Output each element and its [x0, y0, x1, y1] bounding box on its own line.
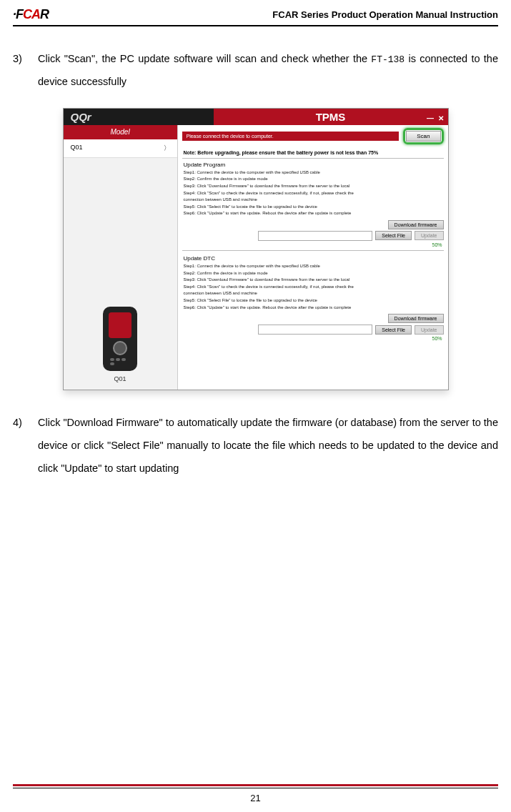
program-file-input[interactable]	[258, 231, 372, 241]
app-titlebar: QQr TPMS — ✕	[64, 109, 448, 125]
sidebar-tab-model[interactable]: Model	[64, 125, 177, 139]
program-file-row: Select File Update	[182, 231, 444, 241]
warning-row: Please connect the device to computer. S…	[182, 128, 444, 144]
update-dtc-title: Update DTC	[182, 252, 444, 263]
app-title-tpms: TPMS — ✕	[214, 109, 448, 125]
app-main-panel: Please connect the device to computer. S…	[178, 125, 448, 390]
sidebar-item-q01[interactable]: Q01 〉	[64, 139, 177, 158]
download-firmware-button[interactable]: Download firmware	[388, 220, 444, 229]
scan-button[interactable]: Scan	[406, 131, 440, 142]
page-header: ·FCAR FCAR Series Product Operation Manu…	[13, 7, 498, 26]
device-screen	[109, 312, 132, 338]
footer-rule-red	[13, 784, 498, 786]
dtc-step4: Step4: Click "Scan" to check the device …	[184, 284, 442, 291]
app-body: Model Q01 〉 Q01 Please connect the devic…	[64, 125, 448, 390]
sidebar-item-label: Q01	[71, 144, 83, 153]
chevron-right-icon: 〉	[164, 144, 170, 153]
logo-part-ca: CA	[23, 7, 40, 21]
prog-step2: Step2: Confirm the device is in update m…	[184, 176, 442, 183]
page-number: 21	[13, 793, 498, 803]
app-sidebar: Model Q01 〉 Q01	[64, 125, 178, 390]
prog-step1: Step1: Connect the device to the compute…	[184, 169, 442, 177]
device-dpad	[113, 341, 127, 355]
device-label: Q01	[64, 375, 177, 382]
prog-step5: Step5: Click "Select File" to locate the…	[184, 204, 442, 211]
app-window: QQr TPMS — ✕ Model Q01 〉	[63, 108, 449, 390]
close-icon[interactable]: ✕	[438, 114, 444, 122]
program-steps: Step1: Connect the device to the compute…	[182, 169, 444, 217]
prog-step6: Step6: Click "Update" to start the updat…	[184, 210, 442, 217]
update-program-title: Update Program	[182, 159, 444, 169]
program-percent: 50%	[182, 242, 444, 247]
device-image	[103, 307, 137, 371]
dtc-select-file-button[interactable]: Select File	[375, 325, 412, 335]
prog-step4b: connection between USB and machine	[184, 197, 442, 204]
dtc-file-row: Select File Update	[182, 325, 444, 335]
logo-part-r: R	[40, 7, 49, 21]
sidebar-device-preview: Q01	[64, 299, 177, 390]
fcar-logo: ·FCAR	[13, 7, 49, 22]
step-3-text: Click "Scan", the PC update software wil…	[38, 48, 498, 94]
dtc-update-button[interactable]: Update	[415, 325, 444, 335]
step-3-text-a: Click "Scan", the PC update software wil…	[38, 53, 371, 64]
step-3: 3) Click "Scan", the PC update software …	[13, 48, 498, 94]
dtc-step1: Step1: Connect the device to the compute…	[184, 263, 442, 270]
step-4-text: Click "Download Firmware" to automatical…	[38, 412, 498, 480]
program-download-row: Download firmware	[182, 220, 444, 229]
step-3-model: FT-138	[371, 54, 405, 65]
connect-warning: Please connect the device to computer.	[182, 132, 400, 141]
divider	[182, 250, 444, 251]
device-buttons	[110, 358, 130, 365]
page-footer: 21	[13, 784, 498, 803]
app-logo-qqr: QQr	[64, 111, 91, 123]
prog-step4: Step4: Click "Scan" to check the device …	[184, 190, 442, 197]
select-file-button[interactable]: Select File	[375, 231, 412, 240]
step-4: 4) Click "Download Firmware" to automati…	[13, 412, 498, 480]
dtc-percent: 50%	[182, 336, 444, 341]
step-4-number: 4)	[13, 412, 38, 480]
prog-step3: Step3: Click "Download Firmware" to down…	[184, 183, 442, 190]
dtc-step6: Step6: Click "Update" to start the updat…	[184, 304, 442, 312]
scan-button-highlight: Scan	[403, 128, 443, 144]
dtc-steps: Step1: Connect the device to the compute…	[182, 263, 444, 311]
footer-rule-black	[13, 788, 498, 788]
header-title: FCAR Series Product Operation Manual Ins…	[272, 9, 498, 20]
dtc-step3: Step3: Click "Download Firmware" to down…	[184, 277, 442, 284]
app-tpms-label: TPMS	[316, 111, 346, 123]
dtc-step4b: connection between USB and machine	[184, 290, 442, 297]
minimize-icon[interactable]: —	[427, 114, 434, 122]
dtc-file-input[interactable]	[258, 325, 372, 335]
dtc-step5: Step5: Click "Select File" to locate the…	[184, 297, 442, 304]
window-controls: — ✕	[427, 110, 444, 127]
logo-part-f: ·F	[13, 7, 23, 21]
step-3-number: 3)	[13, 48, 38, 94]
battery-note: Note: Before upgrading, please ensure th…	[182, 147, 444, 159]
update-button[interactable]: Update	[415, 231, 444, 240]
dtc-download-firmware-button[interactable]: Download firmware	[388, 314, 444, 323]
dtc-download-row: Download firmware	[182, 314, 444, 323]
dtc-step2: Step2: Confirm the device is in update m…	[184, 270, 442, 277]
